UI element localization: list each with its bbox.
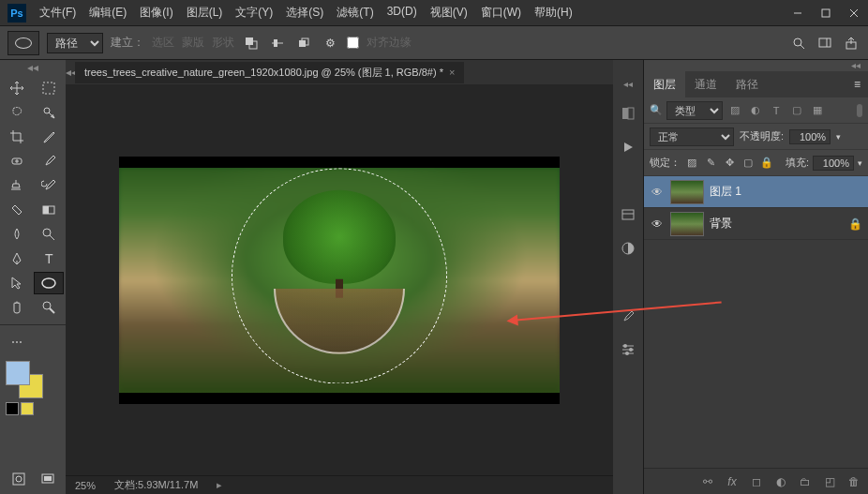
gear-icon[interactable]: ⚙: [321, 34, 339, 52]
canvas-collapse-left[interactable]: ◂◂: [66, 66, 75, 79]
lock-position-icon[interactable]: ✥: [722, 156, 737, 171]
history-brush-tool[interactable]: [34, 174, 64, 197]
toolbar-collapse[interactable]: ◂◂: [0, 60, 66, 75]
menu-filter[interactable]: 滤镜(T): [331, 1, 379, 24]
doc-info[interactable]: 文档:5.93M/11.7M: [114, 478, 198, 492]
adjustments-panel-icon[interactable]: [619, 239, 637, 258]
layer-group-icon[interactable]: 🗀: [797, 473, 814, 490]
minimize-button[interactable]: [784, 0, 812, 26]
quick-mask-toggle[interactable]: [6, 468, 31, 490]
ellipse-tool-indicator[interactable]: [7, 31, 39, 55]
color-swatches[interactable]: [6, 361, 43, 398]
mid-collapse[interactable]: ◂◂: [623, 79, 633, 89]
menu-3d[interactable]: 3D(D): [382, 1, 423, 24]
default-colors[interactable]: [6, 402, 19, 415]
layer-thumbnail[interactable]: [670, 212, 704, 236]
gradient-tool[interactable]: [34, 199, 64, 221]
layer-mask-icon[interactable]: ◻: [748, 473, 765, 490]
layer-thumbnail[interactable]: [670, 180, 704, 204]
menu-select[interactable]: 选择(S): [280, 1, 329, 24]
menu-image[interactable]: 图像(I): [134, 1, 178, 24]
crop-tool[interactable]: [2, 126, 32, 148]
clone-stamp-tool[interactable]: [2, 174, 32, 197]
color-panel-icon[interactable]: [619, 104, 637, 123]
swap-colors[interactable]: [21, 402, 34, 415]
brush-tool[interactable]: [34, 150, 64, 172]
quick-select-tool[interactable]: [34, 101, 64, 124]
close-button[interactable]: [840, 0, 868, 26]
menu-layer[interactable]: 图层(L): [181, 1, 229, 24]
filter-shape-icon[interactable]: ▢: [788, 102, 805, 119]
layer-name[interactable]: 图层 1: [710, 184, 862, 200]
menu-help[interactable]: 帮助(H): [529, 1, 578, 24]
maximize-button[interactable]: [812, 0, 840, 26]
tool-mode-select[interactable]: 路径: [47, 33, 103, 53]
document-tab[interactable]: trees_trees_creative_nature_green_1920x1…: [75, 62, 464, 83]
blur-tool[interactable]: [2, 223, 32, 246]
filter-smart-icon[interactable]: ▦: [809, 102, 826, 119]
marquee-tool[interactable]: [34, 77, 64, 99]
layer-row[interactable]: 👁 图层 1: [644, 176, 868, 208]
filter-adjust-icon[interactable]: ◐: [747, 102, 764, 119]
right-collapse[interactable]: ◂◂: [644, 60, 868, 71]
adjustment-layer-icon[interactable]: ◐: [772, 473, 789, 490]
foreground-color[interactable]: [6, 361, 30, 385]
align-edges-checkbox[interactable]: [347, 37, 359, 49]
close-tab-icon[interactable]: ×: [449, 67, 455, 78]
workspace-icon[interactable]: [816, 34, 834, 52]
layer-fx-icon[interactable]: fx: [724, 473, 741, 490]
dodge-tool[interactable]: [34, 223, 64, 246]
eraser-tool[interactable]: [2, 199, 32, 221]
move-tool[interactable]: [2, 77, 32, 99]
share-icon[interactable]: [842, 34, 861, 52]
filter-pixel-icon[interactable]: ▨: [726, 102, 743, 119]
pen-tool[interactable]: [2, 247, 32, 270]
tab-paths[interactable]: 路径: [726, 71, 768, 98]
screen-mode-toggle[interactable]: [35, 468, 60, 490]
healing-tool[interactable]: [2, 150, 32, 172]
blend-mode-select[interactable]: 正常: [650, 127, 734, 146]
delete-layer-icon[interactable]: 🗑: [846, 473, 862, 490]
zoom-tool[interactable]: [34, 296, 64, 319]
visibility-toggle[interactable]: 👁: [650, 217, 665, 231]
filter-type-icon[interactable]: T: [768, 102, 785, 119]
edit-toolbar[interactable]: ⋯: [2, 331, 32, 353]
menu-edit[interactable]: 编辑(E): [83, 1, 132, 24]
opacity-value[interactable]: 100%: [789, 129, 831, 144]
menu-view[interactable]: 视图(V): [425, 1, 473, 24]
hand-tool[interactable]: [2, 296, 32, 319]
layer-row[interactable]: 👁 背景 🔒: [644, 208, 868, 240]
visibility-toggle[interactable]: 👁: [650, 186, 665, 199]
canvas[interactable]: [66, 84, 613, 475]
path-align-icon[interactable]: [268, 34, 287, 52]
layer-name[interactable]: 背景: [710, 216, 843, 232]
search-icon[interactable]: [789, 34, 808, 52]
libraries-panel-icon[interactable]: [619, 205, 637, 224]
fill-value[interactable]: 100%: [813, 156, 854, 171]
lock-all-icon[interactable]: 🔒: [759, 156, 774, 171]
sliders-panel-icon[interactable]: [619, 340, 637, 359]
type-tool[interactable]: T: [34, 247, 64, 270]
menu-window[interactable]: 窗口(W): [475, 1, 527, 24]
ellipse-shape-tool[interactable]: [34, 272, 64, 294]
eyedropper-tool[interactable]: [34, 126, 64, 148]
new-layer-icon[interactable]: ◰: [821, 473, 838, 490]
path-select-tool[interactable]: [2, 272, 32, 294]
lasso-tool[interactable]: [2, 101, 32, 124]
tab-layers[interactable]: 图层: [644, 71, 685, 98]
path-operations-icon[interactable]: [242, 34, 261, 52]
menu-file[interactable]: 文件(F): [34, 1, 82, 24]
lock-transparency-icon[interactable]: ▨: [684, 156, 699, 171]
tab-channels[interactable]: 通道: [685, 71, 726, 98]
path-arrange-icon[interactable]: [294, 34, 313, 52]
zoom-level[interactable]: 25%: [75, 480, 96, 491]
lock-pixels-icon[interactable]: ✎: [703, 156, 718, 171]
lock-artboard-icon[interactable]: ▢: [741, 156, 756, 171]
svg-point-40: [623, 344, 627, 348]
menu-type[interactable]: 文字(Y): [230, 1, 278, 24]
play-panel-icon[interactable]: [619, 138, 637, 157]
layer-filter-select[interactable]: 类型: [666, 101, 723, 120]
filter-toggle[interactable]: [857, 104, 862, 117]
link-layers-icon[interactable]: ⚯: [699, 473, 716, 490]
panel-menu-icon[interactable]: ≡: [846, 78, 868, 91]
